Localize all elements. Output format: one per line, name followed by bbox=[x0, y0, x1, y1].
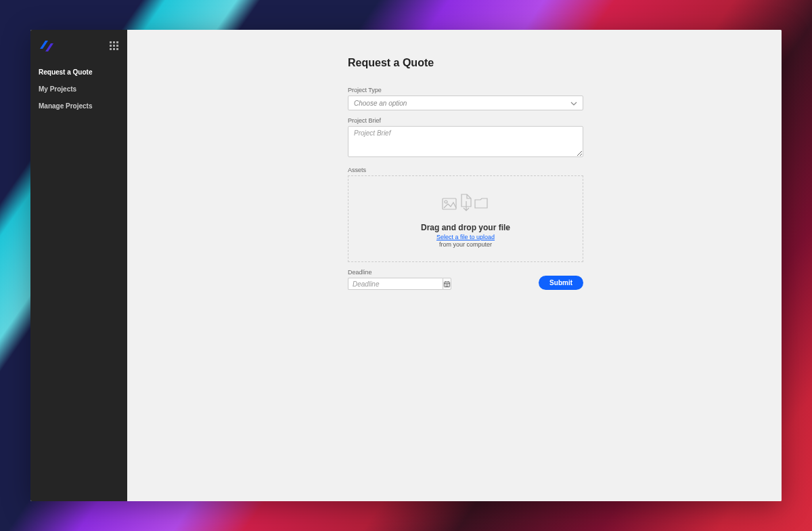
svg-point-1 bbox=[445, 200, 447, 203]
assets-dropzone[interactable]: Drag and drop your file Select a file to… bbox=[348, 175, 583, 262]
project-brief-textarea[interactable] bbox=[348, 126, 583, 157]
label-project-type: Project Type bbox=[348, 87, 583, 93]
sidebar-item-request-quote[interactable]: Request a Quote bbox=[30, 64, 127, 81]
chevron-down-icon bbox=[570, 100, 577, 107]
app-logo-icon bbox=[39, 39, 55, 53]
label-project-brief: Project Brief bbox=[348, 117, 583, 124]
field-project-type: Project Type Choose an option bbox=[348, 87, 583, 110]
form-bottom-row: Deadline bbox=[348, 269, 583, 290]
calendar-icon bbox=[443, 280, 451, 288]
main-content: Request a Quote Project Type Choose an o… bbox=[127, 30, 782, 501]
submit-button[interactable]: Submit bbox=[539, 276, 583, 290]
quote-form: Request a Quote Project Type Choose an o… bbox=[348, 57, 583, 290]
sidebar-item-my-projects[interactable]: My Projects bbox=[30, 81, 127, 98]
label-assets: Assets bbox=[348, 167, 583, 173]
sidebar-item-manage-projects[interactable]: Manage Projects bbox=[30, 98, 127, 114]
page-title: Request a Quote bbox=[348, 57, 583, 69]
label-deadline: Deadline bbox=[348, 269, 422, 276]
field-deadline: Deadline bbox=[348, 269, 422, 290]
project-type-placeholder: Choose an option bbox=[354, 100, 407, 107]
project-type-select[interactable]: Choose an option bbox=[348, 95, 583, 110]
sidebar: Request a Quote My Projects Manage Proje… bbox=[30, 30, 127, 501]
calendar-button[interactable] bbox=[443, 278, 451, 290]
deadline-input[interactable] bbox=[348, 278, 443, 290]
sidebar-nav: Request a Quote My Projects Manage Proje… bbox=[30, 64, 127, 114]
sidebar-header bbox=[30, 30, 127, 64]
upload-illustration-icon bbox=[441, 190, 490, 215]
field-assets: Assets Drag and drop your fi bbox=[348, 167, 583, 262]
dropzone-select-link[interactable]: Select a file to upload bbox=[436, 234, 495, 240]
dropzone-title: Drag and drop your file bbox=[421, 223, 510, 232]
app-window: Request a Quote My Projects Manage Proje… bbox=[30, 30, 782, 501]
dropzone-subtext: from your computer bbox=[439, 241, 492, 248]
field-project-brief: Project Brief bbox=[348, 117, 583, 160]
apps-grid-icon[interactable] bbox=[110, 41, 119, 51]
